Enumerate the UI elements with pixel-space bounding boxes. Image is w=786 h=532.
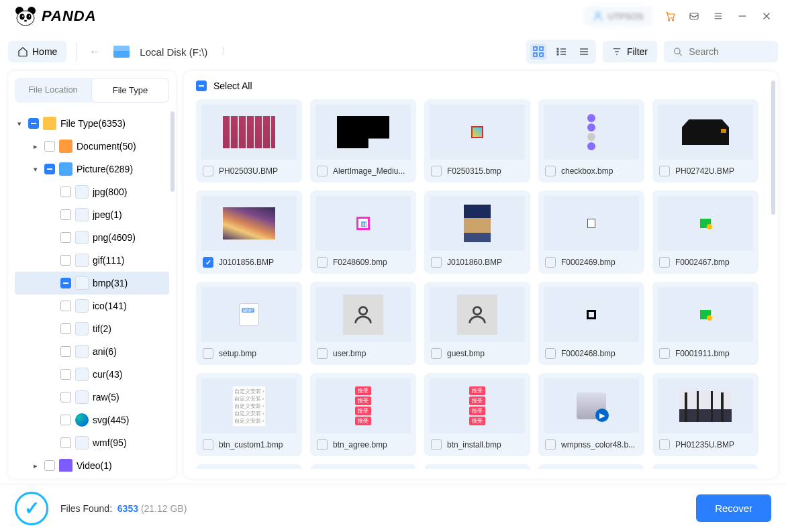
file-card[interactable]: J0101860.BMP bbox=[424, 191, 530, 274]
file-checkbox[interactable] bbox=[203, 257, 213, 268]
file-checkbox[interactable] bbox=[659, 439, 670, 450]
filter-button[interactable]: Filter bbox=[603, 41, 657, 62]
file-card[interactable]: 自定义安装 ›自定义安装 › bbox=[652, 464, 758, 469]
tree-checkbox[interactable] bbox=[60, 278, 71, 288]
file-card[interactable] bbox=[424, 464, 530, 469]
tree-checkbox[interactable] bbox=[60, 209, 71, 220]
search-input[interactable] bbox=[689, 46, 769, 57]
file-card[interactable]: F0001911.bmp bbox=[652, 282, 758, 365]
menu-icon[interactable] bbox=[712, 10, 724, 22]
tree-item-2[interactable]: ▾Picture(6289) bbox=[15, 158, 169, 180]
view-detail-button[interactable] bbox=[576, 44, 592, 60]
file-card[interactable] bbox=[310, 464, 416, 469]
tree-item-0[interactable]: ▾File Type(6353) bbox=[15, 112, 169, 135]
file-card[interactable]: F0250315.bmp bbox=[424, 99, 530, 182]
file-checkbox[interactable] bbox=[659, 257, 670, 268]
cart-icon[interactable] bbox=[664, 10, 676, 22]
file-card[interactable]: AlertImage_Mediu... bbox=[310, 99, 416, 182]
tree-item-15[interactable]: ▸Video(1) bbox=[15, 454, 169, 472]
file-checkbox[interactable] bbox=[203, 439, 213, 450]
home-button[interactable]: Home bbox=[8, 41, 66, 62]
file-card[interactable]: 接受接受接受接受btn_agree.bmp bbox=[310, 373, 416, 456]
file-card[interactable]: ▥F0248609.bmp bbox=[310, 191, 416, 274]
tree-checkbox[interactable] bbox=[28, 118, 39, 129]
inbox-icon[interactable] bbox=[688, 10, 700, 22]
tree-checkbox[interactable] bbox=[60, 392, 71, 403]
file-checkbox[interactable] bbox=[317, 257, 328, 268]
close-icon[interactable] bbox=[760, 10, 773, 22]
select-all-row[interactable]: Select All bbox=[196, 81, 766, 91]
tree-item-8[interactable]: ico(141) bbox=[15, 295, 169, 317]
file-card[interactable]: J0101856.BMP bbox=[196, 191, 302, 274]
tree-item-13[interactable]: svg(445) bbox=[15, 409, 169, 431]
content-scrollbar[interactable] bbox=[771, 81, 775, 215]
file-card[interactable]: user.bmp bbox=[310, 282, 416, 365]
tree-checkbox[interactable] bbox=[60, 323, 71, 334]
file-card[interactable]: PH02503U.BMP bbox=[196, 99, 302, 182]
file-card[interactable]: guest.bmp bbox=[424, 282, 530, 365]
tree-checkbox[interactable] bbox=[60, 346, 71, 357]
file-card[interactable]: checkbox.bmp bbox=[538, 99, 644, 182]
file-checkbox[interactable] bbox=[431, 166, 442, 176]
account-button[interactable]: UTPSOS bbox=[584, 6, 652, 26]
view-list-button[interactable] bbox=[553, 44, 569, 60]
tree-item-1[interactable]: ▸Document(50) bbox=[15, 135, 169, 158]
tree-item-11[interactable]: cur(43) bbox=[15, 363, 169, 386]
tab-file-type[interactable]: File Type bbox=[91, 78, 169, 103]
file-card[interactable]: ▶wmpnss_color48.b... bbox=[538, 373, 644, 456]
file-card[interactable]: 接受接受接受接受btn_install.bmp bbox=[424, 373, 530, 456]
tree-checkbox[interactable] bbox=[60, 232, 71, 243]
file-card[interactable]: F0002467.bmp bbox=[652, 191, 758, 274]
tab-file-location[interactable]: File Location bbox=[15, 78, 91, 103]
file-card[interactable] bbox=[538, 464, 644, 469]
tree-item-5[interactable]: png(4609) bbox=[15, 226, 169, 249]
tree-checkbox[interactable] bbox=[60, 255, 71, 266]
breadcrumb[interactable]: Local Disk (F:\) bbox=[140, 46, 207, 58]
file-checkbox[interactable] bbox=[545, 348, 556, 359]
expand-icon[interactable]: ▸ bbox=[34, 142, 40, 151]
tree-item-10[interactable]: ani(6) bbox=[15, 340, 169, 363]
file-card[interactable]: PH02742U.BMP bbox=[652, 99, 758, 182]
file-checkbox[interactable] bbox=[545, 257, 556, 268]
tree-checkbox[interactable] bbox=[44, 164, 55, 174]
tree-item-4[interactable]: jpeg(1) bbox=[15, 203, 169, 226]
file-card[interactable]: F0002468.bmp bbox=[538, 282, 644, 365]
sidebar-scrollbar[interactable] bbox=[170, 111, 175, 192]
file-card[interactable]: 自定义安装 ›自定义安装 ›自定义安装 ›自定义安装 ›自定义安装 ›btn_c… bbox=[196, 373, 302, 456]
tree-checkbox[interactable] bbox=[60, 187, 71, 197]
tree-item-7[interactable]: bmp(31) bbox=[15, 272, 169, 295]
file-checkbox[interactable] bbox=[317, 348, 328, 359]
file-checkbox[interactable] bbox=[659, 166, 670, 176]
file-checkbox[interactable] bbox=[431, 257, 442, 268]
file-card[interactable]: BMPsetup.bmp bbox=[196, 282, 302, 365]
file-card[interactable]: F0002469.bmp bbox=[538, 191, 644, 274]
minimize-icon[interactable] bbox=[736, 10, 748, 22]
tree-checkbox[interactable] bbox=[60, 437, 71, 448]
expand-icon[interactable]: ▸ bbox=[34, 462, 40, 470]
file-card[interactable]: 不同意 bbox=[196, 464, 302, 469]
file-checkbox[interactable] bbox=[545, 439, 556, 450]
file-checkbox[interactable] bbox=[317, 166, 328, 176]
file-checkbox[interactable] bbox=[545, 166, 556, 176]
tree-checkbox[interactable] bbox=[60, 369, 71, 380]
file-checkbox[interactable] bbox=[317, 439, 328, 450]
file-checkbox[interactable] bbox=[659, 348, 670, 359]
expand-icon[interactable]: ▾ bbox=[34, 165, 40, 174]
tree-checkbox[interactable] bbox=[44, 460, 55, 471]
tree-checkbox[interactable] bbox=[60, 301, 71, 311]
tree-item-6[interactable]: gif(111) bbox=[15, 249, 169, 272]
file-checkbox[interactable] bbox=[203, 348, 213, 359]
recover-button[interactable]: Recover bbox=[696, 494, 771, 522]
tree-item-9[interactable]: tif(2) bbox=[15, 317, 169, 340]
back-button[interactable]: ← bbox=[86, 45, 103, 59]
file-checkbox[interactable] bbox=[431, 348, 442, 359]
file-checkbox[interactable] bbox=[203, 166, 213, 176]
tree-item-12[interactable]: raw(5) bbox=[15, 386, 169, 409]
tree-item-3[interactable]: jpg(800) bbox=[15, 180, 169, 203]
tree-checkbox[interactable] bbox=[60, 415, 71, 425]
tree-checkbox[interactable] bbox=[44, 141, 55, 152]
view-grid-button[interactable] bbox=[530, 44, 546, 60]
file-checkbox[interactable] bbox=[431, 439, 442, 450]
tree-item-14[interactable]: wmf(95) bbox=[15, 431, 169, 454]
select-all-checkbox[interactable] bbox=[196, 81, 207, 91]
